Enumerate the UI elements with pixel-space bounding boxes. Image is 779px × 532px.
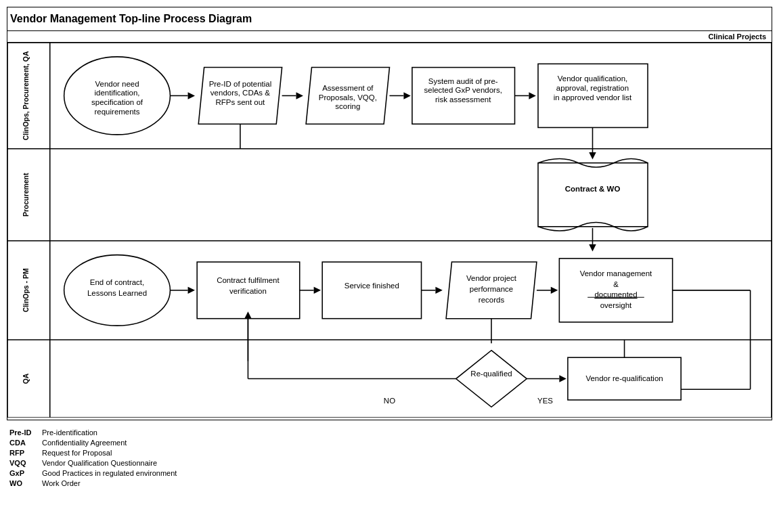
- legend-row-rfp: RFP Request for Proposal: [9, 449, 770, 457]
- lane-label-clinops-pm: ClinOps - PM: [22, 268, 30, 312]
- legend-abbr-wo: WO: [9, 479, 37, 487]
- legend-desc-cda: Confidentiality Agreement: [42, 439, 127, 447]
- assessment-text1: Assessment of: [322, 84, 374, 92]
- legend-abbr-gxp: GxP: [9, 469, 37, 477]
- pre-id-text3: RFPs sent out: [216, 98, 266, 106]
- service-finished-rect: [322, 262, 421, 319]
- legend-desc-preid: Pre-identification: [42, 428, 97, 437]
- yes-label: YES: [537, 397, 553, 405]
- legend-desc-vqq: Vendor Qualification Questionnaire: [42, 459, 157, 467]
- vendor-mgmt-text1: Vendor management: [580, 269, 652, 278]
- re-qualified-text1: Re-qualified: [470, 370, 512, 378]
- vendor-mgmt-text4: oversight: [600, 301, 632, 309]
- arrowhead7: [435, 287, 442, 294]
- arrowhead8: [551, 287, 558, 294]
- arrowhead-down1: [589, 152, 596, 159]
- lane-label-procurement: Procurement: [22, 173, 30, 217]
- vendor-need-text1: Vendor need: [95, 80, 139, 88]
- arrowhead6: [314, 287, 321, 294]
- vendor-qual-text3: in approved vendor list: [554, 93, 632, 102]
- end-contract-text2: Lessons Learned: [87, 289, 147, 297]
- vendor-qual-text2: approval, registration: [556, 84, 629, 92]
- lane-label-clinops-qa: ClinOps, Procurement, QA: [22, 51, 30, 140]
- vendor-mgmt-text2: &: [613, 280, 619, 288]
- arrowhead5: [188, 287, 195, 294]
- arrowhead4: [529, 92, 535, 99]
- clinical-projects-label: Clinical Projects: [7, 31, 772, 43]
- system-audit-text3: risk assessment: [435, 95, 491, 104]
- vendor-need-text2: identification,: [95, 89, 140, 97]
- pre-id-text2: vendors, CDAs &: [210, 89, 270, 97]
- no-label: NO: [384, 397, 395, 405]
- legend: Pre-ID Pre-identification CDA Confidenti…: [7, 420, 772, 492]
- legend-row-wo: WO Work Order: [9, 479, 770, 487]
- legend-row-cda: CDA Confidentiality Agreement: [9, 439, 770, 447]
- assessment-text3: scoring: [335, 102, 360, 110]
- legend-abbr-rfp: RFP: [9, 449, 37, 457]
- legend-row-vqq: VQQ Vendor Qualification Questionnaire: [9, 459, 770, 467]
- legend-desc-gxp: Good Practices in regulated environment: [42, 469, 177, 477]
- lane-label-qa: QA: [22, 373, 30, 384]
- pre-id-text1: Pre-ID of potential: [209, 80, 272, 88]
- vendor-perf-text1: Vendor project: [466, 274, 517, 282]
- legend-desc-wo: Work Order: [42, 479, 81, 487]
- vendor-requalif-text: Vendor re-qualification: [585, 374, 663, 382]
- system-audit-text2: selected GxP vendors,: [424, 86, 502, 94]
- end-contract-text1: End of contract,: [90, 278, 144, 286]
- legend-abbr-vqq: VQQ: [9, 459, 37, 467]
- contract-fulf-text2: verification: [229, 287, 267, 295]
- vendor-qual-text1: Vendor qualification,: [558, 74, 627, 83]
- system-audit-text1: System audit of pre-: [428, 77, 498, 85]
- legend-abbr-preid: Pre-ID: [9, 428, 37, 437]
- arrowhead1: [188, 92, 195, 99]
- arrowhead3: [403, 92, 410, 99]
- contract-fulf-text1: Contract fulfilment: [217, 276, 280, 284]
- arrowhead-down2: [589, 244, 596, 251]
- vendor-need-text4: requirements: [95, 108, 140, 116]
- assessment-text2: Proposals, VQQ,: [319, 93, 377, 102]
- service-finished-text1: Service finished: [344, 282, 399, 290]
- re-qualified-diamond: [456, 351, 527, 407]
- vendor-need-text3: specification of: [91, 98, 143, 106]
- arrowhead-yes: [559, 375, 566, 382]
- legend-desc-rfp: Request for Proposal: [42, 449, 112, 457]
- diagram-container: Clinical Projects ClinOps, Procurement, …: [7, 31, 772, 420]
- legend-row-gxp: GxP Good Practices in regulated environm…: [9, 469, 770, 477]
- legend-row-preid: Pre-ID Pre-identification: [9, 428, 770, 437]
- contract-wo-rect: [538, 163, 648, 227]
- page-title: Vendor Management Top-line Process Diagr…: [7, 7, 772, 31]
- legend-abbr-cda: CDA: [9, 439, 37, 447]
- contract-wo-text1: Contract & WO: [565, 185, 621, 193]
- arrowhead2: [296, 92, 303, 99]
- vendor-perf-text2: performance: [470, 285, 513, 293]
- vendor-perf-text3: records: [478, 296, 505, 304]
